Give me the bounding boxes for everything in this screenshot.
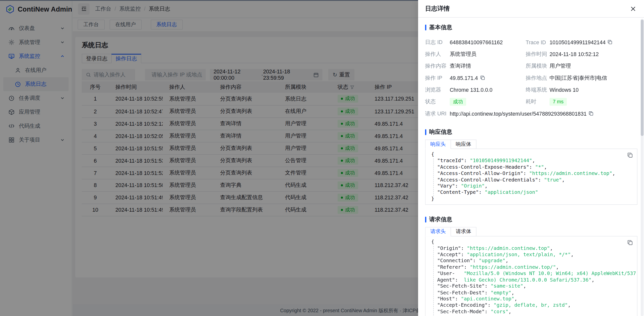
field-label: 操作时间 [526, 50, 550, 58]
drawer-body: 基本信息 日志 ID 648838410097661162 Trace ID 1… [418, 18, 644, 316]
section-basic-info: 基本信息 [425, 24, 637, 31]
close-icon[interactable] [629, 5, 637, 13]
field-label: 耗时 [526, 98, 550, 105]
indent-guide [433, 246, 434, 316]
info-row: 状态 成功 耗时 7 ms [425, 96, 637, 107]
field-value: 用户管理 [549, 62, 571, 69]
response-tabs: 响应头 响应体 [425, 140, 637, 149]
field-label: Trace ID [526, 39, 550, 45]
section-accent-bar [425, 25, 426, 30]
field-label: 操作人 [425, 50, 449, 58]
field-value: 49.85.171.4 [450, 75, 485, 81]
info-row: 操作人 系统管理员 操作时间 2024-11-18 10:52:12 [425, 48, 637, 60]
drawer-title: 日志详情 [425, 5, 450, 13]
field-label: 操作 IP [425, 74, 449, 81]
request-headers-code: { "Origin": "https://admin.continew.top"… [425, 236, 637, 316]
drawer-scrollbar[interactable] [641, 19, 643, 316]
copy-icon[interactable] [627, 152, 633, 158]
field-value-uri: http://api.continew.top/system/user/5478… [450, 110, 594, 116]
field-value: 成功 [450, 98, 466, 106]
scrollbar-thumb[interactable] [641, 20, 643, 136]
field-label: 操作内容 [425, 62, 449, 69]
response-headers-code: { "traceId": "1010501499911942144", "Acc… [425, 149, 637, 205]
field-value: 1010501499911942144 [549, 39, 612, 45]
section-response-info: 响应信息 [425, 128, 637, 136]
field-value: 648838410097661162 [450, 39, 503, 45]
field-label: 浏览器 [425, 86, 449, 93]
section-request-info: 请求信息 [425, 216, 637, 223]
field-label: 日志 ID [425, 38, 449, 46]
field-value: 系统管理员 [450, 50, 476, 58]
section-accent-bar [425, 217, 426, 222]
field-value: 中国|江苏省|泰州市|电信 [549, 74, 607, 81]
info-row: 浏览器 Chrome 131.0.0.0 终端系统 Windows 10 [425, 84, 637, 96]
section-accent-bar [425, 129, 426, 135]
tab-response-body[interactable]: 响应体 [451, 140, 476, 149]
field-label: 操作地点 [526, 74, 550, 81]
section-title: 请求信息 [429, 216, 452, 223]
copy-icon[interactable] [608, 40, 613, 45]
request-tabs: 请求头 请求体 [425, 227, 637, 237]
info-row: 操作内容 查询详情 所属模块 用户管理 [425, 60, 637, 72]
elapsed-badge: 7 ms [549, 98, 567, 106]
field-value: Chrome 131.0.0.0 [450, 86, 493, 93]
field-value: 2024-11-18 10:52:12 [549, 51, 599, 57]
field-value: Windows 10 [549, 86, 579, 93]
tab-request-body[interactable]: 请求体 [451, 227, 476, 237]
field-value: 7 ms [549, 98, 567, 106]
basic-info-grid: 日志 ID 648838410097661162 Trace ID 101050… [425, 36, 637, 119]
field-label: 请求 URI [425, 110, 449, 117]
section-title: 基本信息 [429, 24, 452, 31]
log-detail-drawer: 日志详情 基本信息 日志 ID 648838410097661162 Trace… [418, 0, 644, 316]
info-row: 日志 ID 648838410097661162 Trace ID 101050… [425, 36, 637, 48]
status-badge: 成功 [450, 98, 466, 106]
copy-icon[interactable] [627, 240, 633, 246]
tab-request-headers[interactable]: 请求头 [425, 227, 451, 237]
drawer-header: 日志详情 [418, 0, 644, 18]
field-label: 所属模块 [526, 62, 550, 69]
field-label: 状态 [425, 98, 449, 105]
info-row: 操作 IP 49.85.171.4 操作地点 中国|江苏省|泰州市|电信 [425, 72, 637, 84]
field-label: 终端系统 [526, 86, 550, 93]
drawer-overlay-mask[interactable] [0, 0, 418, 316]
copy-icon[interactable] [480, 75, 485, 80]
copy-icon[interactable] [589, 111, 594, 116]
indent-guide [433, 158, 434, 196]
field-value: 查询详情 [450, 62, 471, 69]
section-title: 响应信息 [429, 128, 452, 136]
tab-response-headers[interactable]: 响应头 [425, 140, 451, 149]
info-row: 请求 URI http://api.continew.top/system/us… [425, 108, 637, 119]
app-root: ContiNew Admin 仪表盘 系统管理 系统监控 在线用户 [0, 0, 644, 316]
